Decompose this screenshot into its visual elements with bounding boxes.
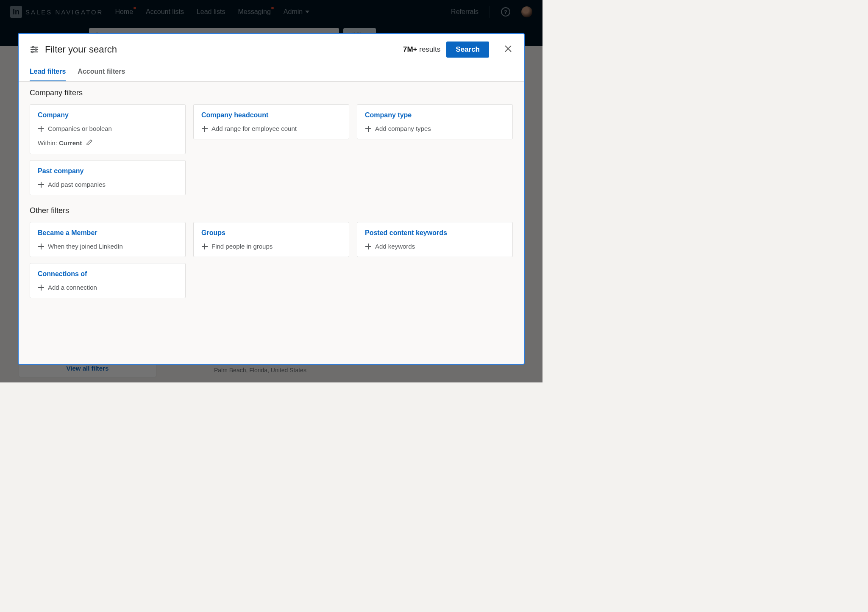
card-posted-action-label: Add keywords [375,243,415,250]
filter-modal: Filter your search 7M+ results Search Le… [18,33,525,365]
modal-title: Filter your search [45,44,397,55]
plus-icon [38,284,45,291]
svg-point-7 [32,51,33,53]
sliders-icon [30,45,39,54]
card-connections-title: Connections of [38,270,178,278]
card-type-action-label: Add company types [375,125,431,132]
close-icon[interactable] [504,44,513,55]
card-company-within: Within: Current [38,139,178,147]
card-member-action-label: When they joined LinkedIn [48,243,123,250]
card-type-action[interactable]: Add company types [365,125,505,132]
card-company-type[interactable]: Company type Add company types [357,104,513,139]
card-groups[interactable]: Groups Find people in groups [193,222,349,257]
card-groups-action[interactable]: Find people in groups [201,243,341,250]
card-posted-title: Posted content keywords [365,229,505,237]
svg-point-5 [35,49,37,50]
modal-header: Filter your search 7M+ results Search [19,34,524,64]
results-word: results [419,45,440,53]
card-connections-action[interactable]: Add a connection [38,284,178,291]
card-headcount-title: Company headcount [201,111,341,119]
search-button[interactable]: Search [446,42,489,58]
card-posted-keywords[interactable]: Posted content keywords Add keywords [357,222,513,257]
section-company-heading: Company filters [30,89,513,97]
plus-icon [201,243,208,250]
tabs-row: Lead filters Account filters [19,64,524,82]
modal-body: Company filters Company Companies or boo… [19,82,524,364]
plus-icon [38,181,45,188]
card-headcount-action[interactable]: Add range for employee count [201,125,341,132]
card-past-company-action[interactable]: Add past companies [38,181,178,188]
tab-lead-filters[interactable]: Lead filters [30,64,66,81]
tab-account-filters[interactable]: Account filters [78,64,125,81]
card-member-title: Became a Member [38,229,178,237]
card-past-company[interactable]: Past company Add past companies [30,160,186,195]
card-company-title: Company [38,111,178,119]
plus-icon [365,125,372,132]
pencil-icon[interactable] [86,139,93,147]
results-count: 7M+ results [403,45,440,54]
plus-icon [365,243,372,250]
plus-icon [38,243,45,250]
within-value: Current [59,139,82,147]
plus-icon [201,125,208,132]
card-became-member[interactable]: Became a Member When they joined LinkedI… [30,222,186,257]
results-number: 7M+ [403,45,417,53]
card-company-headcount[interactable]: Company headcount Add range for employee… [193,104,349,139]
section-other-heading: Other filters [30,206,513,215]
card-connections-of[interactable]: Connections of Add a connection [30,263,186,298]
card-past-company-action-label: Add past companies [48,181,106,188]
card-past-company-title: Past company [38,167,178,175]
card-posted-action[interactable]: Add keywords [365,243,505,250]
card-company-action[interactable]: Companies or boolean [38,125,178,132]
svg-point-3 [32,47,34,48]
card-headcount-action-label: Add range for employee count [211,125,297,132]
plus-icon [38,125,45,132]
card-connections-action-label: Add a connection [48,284,97,291]
card-member-action[interactable]: When they joined LinkedIn [38,243,178,250]
card-type-title: Company type [365,111,505,119]
company-card-grid: Company Companies or boolean Within: Cur… [30,104,513,195]
card-groups-title: Groups [201,229,341,237]
card-company-action-label: Companies or boolean [48,125,112,132]
within-label: Within: [38,139,57,147]
other-card-grid: Became a Member When they joined LinkedI… [30,222,513,298]
card-groups-action-label: Find people in groups [211,243,273,250]
card-company[interactable]: Company Companies or boolean Within: Cur… [30,104,186,154]
